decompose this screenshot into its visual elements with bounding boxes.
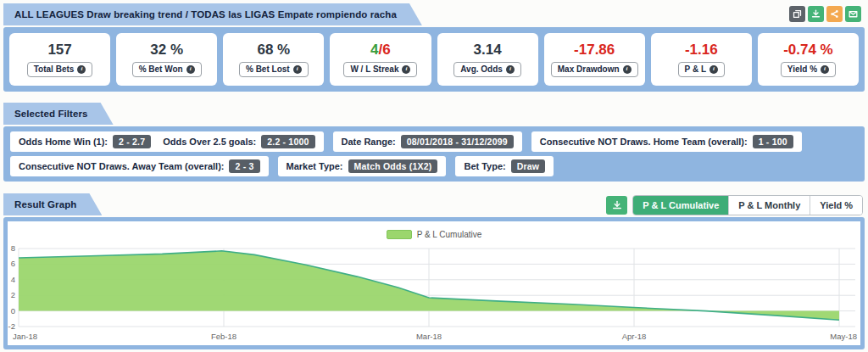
- filter-label: Bet Type:: [464, 161, 505, 171]
- stat-card-pct-bet-lost: 68 %% Bet Losti: [223, 33, 324, 86]
- filter-value-badge: 2 - 2.7: [113, 135, 151, 148]
- clone-button[interactable]: [789, 6, 805, 22]
- filter-chip: Date Range:08/01/2018 - 31/12/2099: [333, 131, 522, 152]
- stat-label: % Bet Won: [139, 64, 183, 75]
- y-tick-label: 6: [11, 259, 15, 268]
- stat-label-pill-pct-bet-lost: % Bet Losti: [239, 62, 309, 77]
- result-graph-title: Result Graph: [14, 199, 76, 210]
- x-tick-label: Mar-18: [416, 332, 442, 341]
- stat-value-part: -0.74 %: [783, 42, 833, 58]
- graph-tab-yield[interactable]: Yield %: [810, 196, 862, 215]
- stat-label: P & L: [685, 64, 706, 75]
- info-icon[interactable]: i: [821, 65, 829, 74]
- selected-filters-tab: Selected Filters: [3, 103, 114, 125]
- graph-tab-p-l-cumulative[interactable]: P & L Cumulative: [633, 196, 728, 215]
- stat-label-pill-wl-streak: W / L Streaki: [343, 62, 417, 77]
- stat-label: Avg. Odds: [460, 64, 503, 75]
- stat-label-pill-max-drawdown: Max Drawdowni: [551, 62, 638, 77]
- filters-tab-row: Selected Filters: [3, 103, 865, 125]
- stat-value-part: -1.16: [685, 42, 718, 58]
- stat-label-pill-p-and-l: P & Li: [678, 62, 725, 77]
- filter-label: Consecutive NOT Draws. Away Team (overal…: [19, 161, 224, 171]
- filter-item: Odds Home Win (1):2 - 2.7: [19, 135, 151, 148]
- y-tick-label: 8: [11, 243, 15, 253]
- filter-value-badge: 1 - 100: [753, 135, 793, 148]
- filter-value-badge: 2.2 - 1000: [261, 135, 314, 148]
- stat-card-pct-bet-won: 32 %% Bet Woni: [116, 33, 217, 86]
- page: ALL LEAGUES Draw breaking trend / TODAS …: [3, 3, 865, 349]
- stat-value-part: /6: [379, 42, 391, 58]
- download-icon: [810, 8, 821, 20]
- stat-label-pill-pct-bet-won: % Bet Woni: [132, 62, 202, 77]
- email-button[interactable]: [845, 6, 861, 22]
- stat-value-pct-bet-won: 32 %: [150, 42, 183, 57]
- stat-card-wl-streak: 4/6W / L Streaki: [330, 33, 431, 86]
- summary-tab-row: ALL LEAGUES Draw breaking trend / TODAS …: [3, 3, 865, 25]
- stat-label: Max Drawdown: [558, 64, 620, 75]
- x-tick-label: Feb-18: [211, 332, 236, 341]
- report-title-tab: ALL LEAGUES Draw breaking trend / TODAS …: [3, 3, 422, 25]
- filter-item: Market Type:Match Odds (1X2): [287, 159, 438, 173]
- header-actions: [789, 6, 861, 22]
- y-tick-label: -2: [8, 321, 15, 331]
- email-icon: [848, 8, 859, 20]
- stat-label: W / L Streak: [350, 64, 398, 75]
- chart-legend[interactable]: P & L Cumulative: [8, 221, 860, 242]
- download-button[interactable]: [808, 6, 824, 22]
- stat-card-total-bets: 157Total Betsi: [9, 33, 110, 86]
- stat-label: Total Bets: [34, 64, 75, 75]
- filter-item: Consecutive NOT Draws. Home Team (overal…: [540, 135, 793, 148]
- stat-value-part: -17.86: [574, 42, 615, 58]
- stat-card-yield-pct: -0.74 %Yield %i: [758, 33, 859, 86]
- stat-card-p-and-l: -1.16P & Li: [651, 33, 752, 86]
- filter-item: Odds Over 2.5 goals:2.2 - 1000: [163, 135, 314, 148]
- filters-panel: Odds Home Win (1):2 - 2.7Odds Over 2.5 g…: [3, 126, 865, 182]
- info-icon[interactable]: i: [623, 65, 632, 74]
- legend-label: P & L Cumulative: [417, 230, 482, 239]
- info-icon[interactable]: i: [402, 65, 410, 74]
- legend-swatch: [387, 230, 412, 239]
- filter-label: Consecutive NOT Draws. Home Team (overal…: [540, 137, 748, 147]
- x-tick-label: Apr-18: [622, 332, 647, 341]
- filter-label: Odds Over 2.5 goals:: [163, 137, 256, 147]
- graph-tab-p-l-monthly[interactable]: P & L Monthly: [728, 196, 810, 215]
- chart-panel: P & L Cumulative 86420-2Jan-18Feb-18Mar-…: [3, 217, 865, 349]
- stat-value-part: 157: [47, 42, 71, 58]
- share-button[interactable]: [826, 6, 843, 22]
- stat-value-pct-bet-lost: 68 %: [257, 42, 290, 57]
- stat-label-pill-total-bets: Total Betsi: [27, 62, 93, 77]
- filter-label: Date Range:: [342, 137, 396, 147]
- info-icon[interactable]: i: [186, 65, 195, 74]
- stat-value-part: 4: [370, 42, 378, 58]
- x-tick-label: Jan-18: [13, 332, 37, 341]
- stat-card-avg-odds: 3.14Avg. Oddsi: [437, 33, 538, 86]
- filter-item: Consecutive NOT Draws. Away Team (overal…: [19, 159, 260, 173]
- stat-value-avg-odds: 3.14: [474, 42, 502, 57]
- info-icon[interactable]: i: [506, 65, 515, 74]
- stat-value-p-and-l: -1.16: [685, 42, 718, 57]
- filter-value-badge: 08/01/2018 - 31/12/2099: [401, 135, 514, 148]
- summary-section: ALL LEAGUES Draw breaking trend / TODAS …: [3, 3, 865, 92]
- stat-value-part: 3.14: [474, 42, 502, 58]
- share-icon: [829, 8, 840, 20]
- chart-download-button[interactable]: [606, 196, 627, 215]
- filter-label: Odds Home Win (1):: [19, 137, 108, 147]
- filter-value-badge: Match Odds (1X2): [348, 159, 438, 173]
- stat-value-part: 32 %: [150, 42, 183, 58]
- filter-item: Date Range:08/01/2018 - 31/12/2099: [342, 135, 514, 148]
- filter-chip: Consecutive NOT Draws. Home Team (overal…: [531, 131, 802, 152]
- filter-row: Odds Home Win (1):2 - 2.7Odds Over 2.5 g…: [10, 131, 858, 152]
- y-tick-label: 0: [11, 306, 15, 316]
- info-icon[interactable]: i: [77, 65, 86, 74]
- y-tick-label: 4: [11, 275, 15, 284]
- graph-controls: P & L CumulativeP & L MonthlyYield %: [606, 195, 863, 215]
- info-icon[interactable]: i: [709, 65, 718, 74]
- result-graph-section: Result Graph P & L CumulativeP & L Month…: [3, 193, 865, 349]
- filter-chip: Consecutive NOT Draws. Away Team (overal…: [10, 156, 269, 176]
- filters-section: Selected Filters Odds Home Win (1):2 - 2…: [3, 103, 865, 182]
- filter-value-badge: Draw: [511, 159, 545, 173]
- stat-label-pill-yield-pct: Yield %i: [781, 62, 836, 77]
- info-icon[interactable]: i: [293, 65, 302, 74]
- filter-row: Consecutive NOT Draws. Away Team (overal…: [10, 156, 858, 176]
- report-title: ALL LEAGUES Draw breaking trend / TODAS …: [14, 9, 397, 20]
